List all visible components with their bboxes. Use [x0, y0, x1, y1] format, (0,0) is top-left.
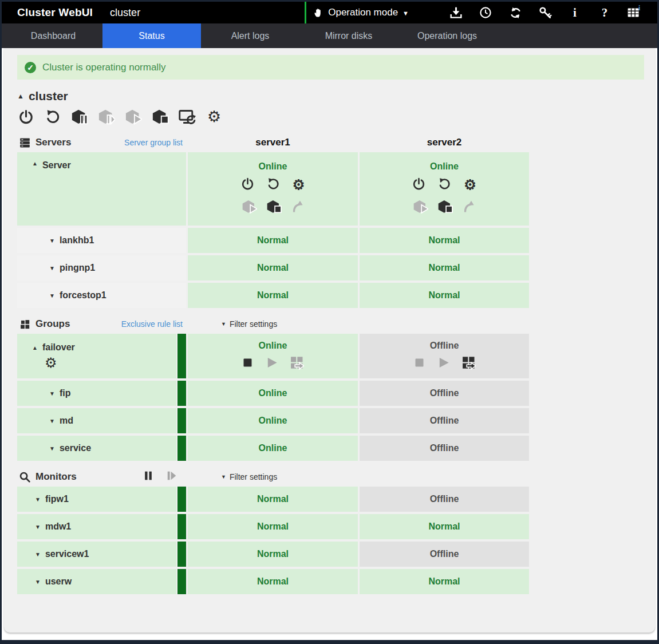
- group-move-button[interactable]: [290, 355, 304, 372]
- group-stop-button[interactable]: [242, 357, 254, 371]
- cluster-suspend-button[interactable]: [71, 108, 88, 125]
- tab-bar: Dashboard Status Alert logs Mirror disks…: [2, 23, 657, 48]
- pause-icon: [143, 470, 154, 481]
- monitors-resume-button[interactable]: [165, 470, 177, 484]
- server2-recover-button[interactable]: [462, 200, 476, 216]
- status-text: Offline: [430, 443, 459, 453]
- restart-icon: [438, 177, 451, 191]
- help-button[interactable]: ?: [590, 2, 619, 23]
- status-cell: Normal: [360, 569, 529, 594]
- group-stop-button[interactable]: [413, 357, 425, 371]
- hb-pingnp1-toggle[interactable]: ▼ pingnp1: [17, 255, 186, 280]
- cube-stop-icon: [437, 199, 453, 215]
- status-text: Normal: [257, 235, 289, 246]
- server-row-label: Server: [42, 160, 71, 171]
- status-text: Online: [259, 388, 287, 398]
- operation-mode-label: Operation mode: [328, 7, 398, 18]
- cluster-reboot-button[interactable]: [44, 108, 61, 125]
- integrated-status-button[interactable]: [619, 2, 649, 23]
- status-text: Normal: [428, 521, 460, 532]
- info-button[interactable]: i: [560, 2, 590, 23]
- resource-row-name: ▼ md: [17, 408, 186, 433]
- exclusive-rule-list-link[interactable]: Exclusive rule list: [121, 319, 183, 329]
- server2-settings-button[interactable]: ⚙: [464, 178, 476, 192]
- server1-service-stop-button[interactable]: [266, 199, 282, 217]
- expand-caret-icon: ▼: [35, 524, 41, 530]
- tab-status[interactable]: Status: [102, 23, 201, 48]
- monitors-suspend-button[interactable]: [143, 470, 154, 484]
- arrow-up-icon: [291, 200, 305, 214]
- server1-service-start-button[interactable]: [242, 199, 257, 217]
- hb-lankhb1-toggle[interactable]: ▼ lankhb1: [17, 228, 186, 253]
- status-text: Normal: [257, 494, 289, 504]
- server1-status-cell: Online ⚙: [188, 152, 358, 226]
- status-cell: Normal: [188, 514, 358, 539]
- manager-restart-button[interactable]: [179, 108, 196, 125]
- server2-service-stop-button[interactable]: [437, 199, 453, 217]
- cluster-shutdown-button[interactable]: [17, 108, 34, 125]
- server-collapse-toggle[interactable]: ▲ Server: [17, 152, 186, 226]
- help-icon: ?: [602, 6, 608, 20]
- reload-button[interactable]: [500, 2, 530, 23]
- info-icon: i: [573, 6, 577, 20]
- server2-reboot-button[interactable]: [438, 177, 451, 193]
- collapse-caret-icon: ▲: [32, 160, 38, 167]
- gear-icon: ⚙: [464, 177, 476, 192]
- group-settings-button[interactable]: ⚙: [45, 356, 57, 370]
- license-button[interactable]: [530, 2, 560, 23]
- group-failover-toggle[interactable]: ▲ failover ⚙: [17, 334, 176, 378]
- hb-forcestop1-toggle[interactable]: ▼ forcestop1: [17, 283, 186, 308]
- tab-dashboard[interactable]: Dashboard: [4, 23, 102, 48]
- status-cell: Normal: [360, 228, 529, 253]
- search-icon: [19, 471, 31, 483]
- monitors-filter-settings[interactable]: ▼ Filter settings: [188, 472, 358, 481]
- status-text: Offline: [430, 416, 459, 426]
- status-cell: Offline: [360, 381, 529, 406]
- operation-mode-dropdown[interactable]: Operation mode ▼: [306, 2, 417, 23]
- cluster-collapse-toggle[interactable]: ▲ cluster: [17, 89, 655, 103]
- server2-shutdown-button[interactable]: [412, 177, 425, 193]
- server1-reboot-button[interactable]: [267, 177, 280, 193]
- refresh-icon: [509, 6, 522, 19]
- monitor-fipw1-toggle[interactable]: ▼ fipw1: [17, 487, 176, 512]
- monitor-servicew1-toggle[interactable]: ▼ servicew1: [17, 542, 176, 567]
- cluster-settings-button[interactable]: ⚙: [206, 108, 223, 125]
- power-icon: [241, 177, 254, 191]
- chevron-down-icon: ▼: [402, 10, 409, 17]
- play-icon: [437, 356, 450, 369]
- tab-alert-logs[interactable]: Alert logs: [201, 23, 299, 48]
- server2-service-start-button[interactable]: [413, 199, 428, 217]
- cluster-stop-button[interactable]: [152, 108, 169, 125]
- server1-settings-button[interactable]: ⚙: [293, 178, 305, 192]
- hand-icon: [313, 7, 323, 18]
- status-cell: Online: [188, 408, 358, 433]
- group-start-button[interactable]: [437, 356, 450, 372]
- tab-mirror-disks[interactable]: Mirror disks: [299, 23, 398, 48]
- status-cell: Normal: [188, 228, 358, 253]
- groups-filter-settings[interactable]: ▼ Filter settings: [188, 319, 358, 329]
- cluster-start-button[interactable]: [125, 108, 142, 125]
- status-cell: Normal: [360, 255, 529, 280]
- move-group-icon: [290, 355, 304, 370]
- groups-title: Groups: [35, 318, 70, 330]
- server1-shutdown-button[interactable]: [241, 177, 254, 193]
- resource-service-toggle[interactable]: ▼ service: [17, 436, 176, 461]
- resource-row-name: ▼ fip: [17, 381, 186, 406]
- resource-md-toggle[interactable]: ▼ md: [17, 408, 176, 433]
- group-label: failover: [42, 342, 75, 353]
- status-text: Offline: [430, 388, 459, 398]
- time-info-button[interactable]: [471, 2, 500, 23]
- resource-fip-toggle[interactable]: ▼ fip: [17, 381, 176, 406]
- cluster-resume-button[interactable]: [98, 108, 115, 125]
- server-group-list-link[interactable]: Server group list: [124, 138, 183, 147]
- status-cell: Normal: [188, 542, 358, 567]
- status-cell: Normal: [360, 514, 529, 539]
- server1-recover-button[interactable]: [291, 200, 305, 216]
- download-button[interactable]: [441, 2, 471, 23]
- power-icon: [412, 177, 425, 191]
- group-move-button[interactable]: [461, 355, 476, 372]
- group-start-button[interactable]: [265, 356, 278, 372]
- tab-operation-logs[interactable]: Operation logs: [398, 23, 496, 48]
- monitor-userw-toggle[interactable]: ▼ userw: [17, 569, 176, 594]
- monitor-mdw1-toggle[interactable]: ▼ mdw1: [17, 514, 176, 539]
